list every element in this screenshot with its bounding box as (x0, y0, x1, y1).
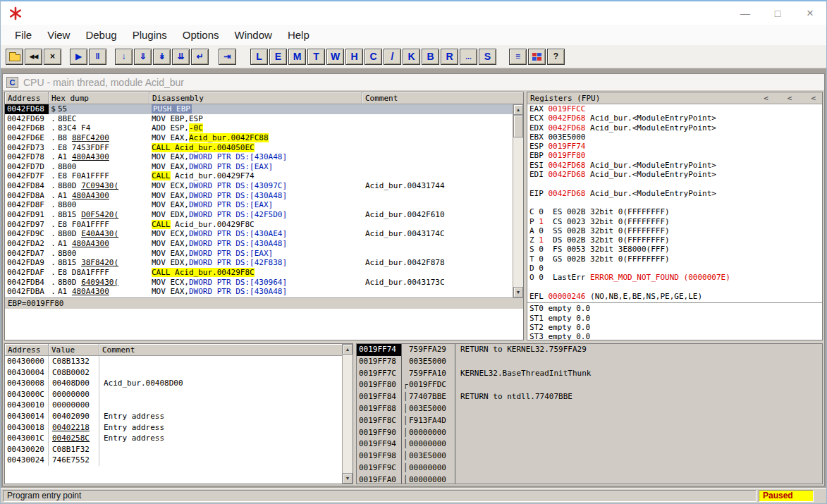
dump-row[interactable]: 0043001400402090Entry address (5, 411, 342, 422)
view-handles-button[interactable]: H (345, 49, 363, 65)
disasm-row[interactable]: 0042FDB4.8B0D 6409430(MOV ECX,DWORD PTR … (5, 278, 513, 288)
menu-item-plugins[interactable]: Plugins (125, 29, 175, 41)
register-line[interactable]: D 0 (529, 264, 822, 273)
register-line[interactable]: ST3 empty 0.0 (529, 332, 822, 340)
minimize-button[interactable]: — (729, 1, 761, 25)
disasm-row[interactable]: 0042FD6B.83C4 F4ADD ESP,-0C (5, 123, 513, 133)
registers-pane-button[interactable]: < (811, 94, 816, 103)
menu-item-help[interactable]: Help (280, 29, 317, 41)
stack-row[interactable]: 0019FF88│003E5000 (357, 403, 822, 415)
register-line[interactable]: C 0 ES 002B 32bit 0(FFFFFFFF) (529, 207, 822, 216)
stack-row[interactable]: 0019FFA0│00000000 (357, 474, 822, 484)
menu-item-window[interactable]: Window (227, 29, 280, 41)
disasm-row[interactable]: 0042FD8A.A1 480A4300MOV EAX,DWORD PTR DS… (5, 191, 513, 201)
scroll-thumb[interactable] (513, 115, 523, 137)
dump-scroll-down-button[interactable]: ▼ (343, 473, 353, 484)
register-line[interactable]: ST1 empty 0.0 (529, 314, 822, 323)
animate-over-button[interactable]: ⇊ (172, 49, 190, 65)
maximize-button[interactable]: □ (761, 1, 794, 25)
disasm-row[interactable]: 0042FD68$55PUSH EBP (5, 104, 513, 114)
close-program-button[interactable]: × (44, 49, 61, 65)
register-line[interactable]: EDI 0042FD68 Acid_bur.<ModuleEntryPoint> (529, 170, 822, 179)
view-log-button[interactable]: L (250, 49, 268, 65)
pause-button[interactable]: ‖ (89, 49, 106, 65)
disasm-row[interactable]: 0042FD7D.8B00MOV EAX,DWORD PTR DS:[EAX] (5, 162, 513, 172)
stack-row[interactable]: 0019FF7C759FFA10KERNEL32.BaseThreadInitT… (357, 368, 822, 380)
animate-into-button[interactable]: ↡ (153, 49, 171, 65)
view-references-button[interactable]: R (441, 49, 458, 65)
register-line[interactable]: EBX 003E5000 (529, 133, 822, 142)
dump-row[interactable]: 0043000800408D00Acid_bur.00408D00 (5, 378, 342, 389)
help-button[interactable]: ? (547, 49, 565, 65)
disasm-row[interactable]: 0042FD84.8B0D 7C09430(MOV ECX,DWORD PTR … (5, 181, 513, 191)
stack-row[interactable]: 0019FF84│77407BBERETURN to ntdll.77407BB… (357, 391, 822, 403)
register-line[interactable]: ECX 0042FD68 Acid_bur.<ModuleEntryPoint> (529, 113, 822, 123)
register-line[interactable]: EAX 0019FFCC (529, 104, 822, 113)
menu-item-file[interactable]: File (7, 29, 39, 41)
register-line[interactable]: EDX 0042FD68 Acid_bur.<ModuleEntryPoint> (529, 123, 822, 133)
dump-row[interactable]: 00430004C08B0002 (5, 367, 342, 379)
register-line[interactable]: EIP 0042FD68 Acid_bur.<ModuleEntryPoint> (529, 189, 822, 198)
view-call-stack-button[interactable]: K (403, 49, 420, 65)
menu-item-options[interactable]: Options (175, 29, 227, 41)
registers-pane-button[interactable]: < (788, 94, 792, 103)
disasm-row[interactable]: 0042FDAF.E8 D8A1FFFFCALL Acid_bur.00429F… (5, 268, 513, 278)
register-line[interactable]: S 0 FS 0053 32bit 3E8000(FFF) (529, 245, 822, 254)
registers-pane-button[interactable]: < (764, 94, 768, 103)
disasm-row[interactable]: 0042FD91.8B15 D0F5420(MOV EDX,DWORD PTR … (5, 210, 513, 220)
disasm-row[interactable]: 0042FDA7.8B00MOV EAX,DWORD PTR DS:[EAX] (5, 249, 513, 259)
register-line[interactable]: ST2 empty 0.0 (529, 323, 822, 332)
register-line[interactable]: ESI 0042FD68 Acid_bur.<ModuleEntryPoint> (529, 161, 822, 170)
step-over-button[interactable]: ⇓ (134, 49, 152, 65)
disasm-row[interactable]: 0042FD6E.B8 88FC4200MOV EAX,Acid_bur.004… (5, 133, 513, 143)
resize-grip[interactable] (816, 490, 824, 502)
stack-row[interactable]: 0019FF90│00000000 (357, 427, 822, 439)
view-source-button[interactable]: S (479, 49, 496, 65)
windows-list-button[interactable]: ≡ (509, 49, 527, 65)
disasm-row[interactable]: 0042FD73.E8 7453FDFFCALL Acid_bur.004050… (5, 143, 513, 153)
view-executables-button[interactable]: E (269, 49, 287, 65)
dump-scroll-track[interactable] (343, 355, 353, 473)
register-line[interactable] (529, 198, 822, 207)
register-line[interactable]: T 0 GS 002B 32bit 0(FFFFFFFF) (529, 254, 822, 264)
scroll-up-button[interactable]: ▲ (513, 104, 523, 115)
stack-row[interactable]: 0019FF8C│F913FA4D (357, 415, 822, 427)
dump-scrollbar[interactable]: ▲ ▼ (342, 344, 353, 484)
dump-row[interactable]: 00430000C08B1332 (5, 356, 342, 367)
dump-row[interactable]: 0043001800402218Entry address (5, 422, 342, 434)
disasm-row[interactable]: 0042FD78.A1 480A4300MOV EAX,DWORD PTR DS… (5, 152, 513, 162)
view-threads-button[interactable]: T (307, 49, 325, 65)
step-into-button[interactable]: ↓ (115, 49, 133, 65)
run-button[interactable]: ▶ (70, 49, 87, 65)
dump-row[interactable]: 0043001C0040258CEntry address (5, 433, 342, 444)
title-bar[interactable]: —□× (1, 1, 826, 25)
dump-scroll-up-button[interactable]: ▲ (343, 344, 353, 355)
stack-row[interactable]: 0019FF78003E5000 (357, 356, 822, 368)
appearance-button[interactable] (528, 49, 546, 65)
disasm-row[interactable]: 0042FD69.8BECMOV EBP,ESP (5, 114, 513, 124)
view-cpu-button[interactable]: C (365, 49, 382, 65)
view-breakpoints-button[interactable]: B (422, 49, 439, 65)
close-button[interactable]: × (794, 1, 826, 25)
disasm-row[interactable]: 0042FDA2.A1 480A4300MOV EAX,DWORD PTR DS… (5, 239, 513, 249)
menu-item-view[interactable]: View (39, 29, 78, 41)
register-line[interactable]: P 1 CS 0023 32bit 0(FFFFFFFF) (529, 217, 822, 226)
register-line[interactable] (529, 283, 822, 292)
disasm-row[interactable]: 0042FDA9.8B15 38F8420(MOV EDX,DWORD PTR … (5, 258, 513, 268)
execute-till-return-button[interactable]: ↵ (191, 49, 209, 65)
disasm-row[interactable]: 0042FDBA.A1 480A4300MOV EAX,DWORD PTR DS… (5, 287, 513, 297)
stack-row[interactable]: 0019FF74759FFA29RETURN to KERNEL32.759FF… (357, 344, 822, 356)
scroll-down-button[interactable]: ▼ (513, 287, 523, 297)
view-memory-button[interactable]: M (288, 49, 306, 65)
disasm-row[interactable]: 0042FD9C.8B0D E40A430(MOV ECX,DWORD PTR … (5, 229, 513, 239)
open-file-button[interactable] (6, 49, 23, 65)
view-patches-button[interactable]: / (384, 49, 401, 65)
dump-row[interactable]: 0043001000000000 (5, 400, 342, 411)
disasm-scrollbar[interactable]: ▲ ▼ (513, 104, 523, 297)
menu-item-debug[interactable]: Debug (78, 29, 124, 41)
cpu-title-bar[interactable]: C CPU - main thread, module Acid_bur (3, 74, 824, 90)
stack-row[interactable]: 0019FF9C│00000000 (357, 462, 822, 474)
go-to-button[interactable]: ⇥ (219, 49, 236, 65)
dump-row[interactable]: 00430020C08B1F32 (5, 444, 342, 455)
register-line[interactable]: O 0 LastErr ERROR_MOD_NOT_FOUND (0000007… (529, 273, 822, 282)
